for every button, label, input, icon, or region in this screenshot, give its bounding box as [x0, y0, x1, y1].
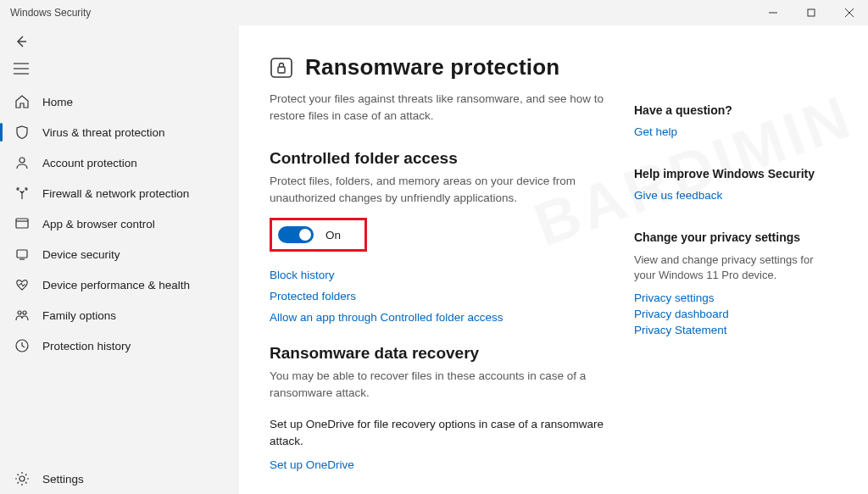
sidebar-item-label: Account protection [42, 157, 137, 169]
aside-improve-heading: Help improve Windows Security [634, 167, 829, 180]
link-privacy-statement[interactable]: Privacy Statement [634, 324, 829, 336]
link-privacy-dashboard[interactable]: Privacy dashboard [634, 308, 829, 320]
recovery-description: You may be able to recover files in thes… [270, 368, 605, 401]
sidebar-item-label: Settings [42, 473, 84, 486]
svg-point-14 [18, 311, 21, 314]
gear-icon [14, 470, 31, 487]
shield-icon [14, 124, 31, 141]
back-button[interactable] [14, 37, 29, 52]
svg-point-17 [19, 476, 25, 481]
aside-privacy-heading: Change your privacy settings [634, 230, 829, 244]
link-protected-folders[interactable]: Protected folders [270, 290, 605, 303]
svg-point-9 [21, 191, 23, 193]
sidebar: Home Virus & threat protection Account p… [0, 25, 239, 494]
sidebar-item-protection-history[interactable]: Protection history [0, 330, 239, 361]
minimize-button[interactable] [754, 0, 792, 25]
heart-icon [14, 276, 31, 293]
app-browser-icon [14, 215, 31, 232]
cfa-toggle-label: On [326, 229, 341, 241]
main-content: BARDIMIN Ransomware protection Protect y… [239, 25, 868, 494]
link-allow-app[interactable]: Allow an app through Controlled folder a… [270, 311, 605, 324]
sidebar-item-home[interactable]: Home [0, 86, 239, 117]
svg-point-15 [23, 311, 26, 314]
sidebar-item-settings[interactable]: Settings [0, 463, 239, 494]
sidebar-item-device-performance[interactable]: Device performance & health [0, 269, 239, 300]
sidebar-item-label: Family options [42, 309, 116, 322]
aside-privacy-desc: View and change privacy settings for you… [634, 253, 829, 283]
sidebar-item-app-browser[interactable]: App & browser control [0, 208, 239, 239]
titlebar: Windows Security [0, 0, 868, 25]
history-icon [14, 337, 31, 354]
sidebar-item-device-security[interactable]: Device security [0, 239, 239, 269]
aside-question-heading: Have a question? [634, 103, 829, 117]
sidebar-item-label: Device performance & health [42, 279, 190, 291]
svg-rect-18 [271, 58, 292, 77]
sidebar-item-label: Protection history [42, 340, 131, 352]
firewall-icon [14, 185, 31, 202]
maximize-button[interactable] [792, 0, 830, 25]
onedrive-description: Set up OneDrive for file recovery option… [270, 416, 605, 449]
ransomware-icon [270, 57, 293, 79]
sidebar-item-virus-threat[interactable]: Virus & threat protection [0, 117, 239, 147]
cfa-toggle-highlight: On [270, 218, 367, 252]
cfa-toggle[interactable] [278, 226, 314, 243]
link-block-history[interactable]: Block history [270, 269, 605, 281]
sidebar-item-family[interactable]: Family options [0, 300, 239, 330]
close-button[interactable] [830, 0, 868, 25]
device-security-icon [14, 246, 31, 263]
svg-rect-12 [17, 250, 27, 258]
family-icon [14, 307, 31, 324]
sidebar-item-label: Device security [42, 248, 120, 261]
sidebar-item-firewall[interactable]: Firewall & network protection [0, 178, 239, 208]
sidebar-item-account-protection[interactable]: Account protection [0, 147, 239, 178]
link-get-help[interactable]: Get help [634, 125, 829, 138]
sidebar-item-label: Firewall & network protection [42, 187, 189, 200]
home-icon [14, 93, 31, 110]
link-privacy-settings[interactable]: Privacy settings [634, 291, 829, 304]
window-controls [754, 0, 868, 25]
svg-rect-1 [808, 9, 815, 16]
link-feedback[interactable]: Give us feedback [634, 189, 829, 202]
page-header: Ransomware protection [270, 54, 605, 80]
sidebar-item-label: App & browser control [42, 218, 155, 230]
page-description: Protect your files against threats like … [270, 91, 605, 124]
app-title: Windows Security [10, 7, 91, 19]
hamburger-button[interactable] [0, 56, 239, 81]
sidebar-item-label: Virus & threat protection [42, 126, 165, 139]
cfa-description: Protect files, folders, and memory areas… [270, 173, 605, 206]
cfa-heading: Controlled folder access [270, 149, 605, 168]
page-title: Ransomware protection [305, 54, 559, 80]
nav: Home Virus & threat protection Account p… [0, 86, 239, 361]
svg-rect-19 [278, 67, 285, 73]
sidebar-item-label: Home [42, 96, 73, 108]
link-setup-onedrive[interactable]: Set up OneDrive [270, 458, 605, 471]
account-icon [14, 154, 31, 171]
svg-point-8 [19, 158, 25, 163]
aside: Have a question? Get help Help improve W… [634, 54, 829, 494]
recovery-heading: Ransomware data recovery [270, 344, 605, 363]
svg-rect-10 [16, 219, 28, 228]
